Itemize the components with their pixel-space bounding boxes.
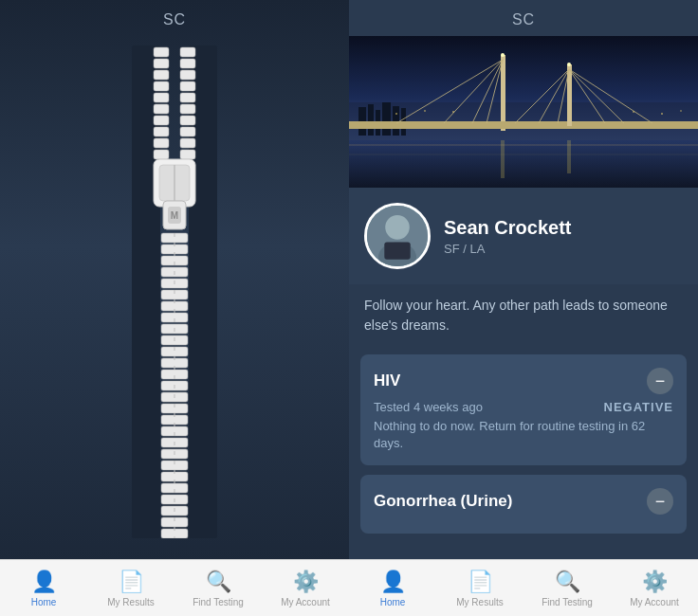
home-icon-left: 👤 — [31, 570, 57, 594]
svg-point-89 — [680, 110, 682, 112]
gonorrhea-title: Gonorrhea (Urine) — [374, 492, 512, 511]
hiv-meta: Tested 4 weeks ago NEGATIVE — [374, 400, 673, 414]
svg-rect-4 — [154, 70, 169, 80]
right-header-title: SC — [349, 0, 698, 36]
tab-results-left[interactable]: 📄 My Results — [87, 570, 174, 607]
tab-find-left[interactable]: 🔍 Find Testing — [174, 570, 262, 607]
svg-rect-83 — [567, 140, 571, 173]
results-section: HIV − Tested 4 weeks ago NEGATIVE Nothin… — [349, 347, 698, 559]
hiv-title: HIV — [374, 371, 400, 390]
tab-home-right[interactable]: 👤 Home — [349, 570, 436, 607]
svg-text:M: M — [171, 210, 178, 221]
svg-rect-15 — [180, 82, 195, 91]
svg-point-79 — [567, 63, 571, 66]
svg-point-85 — [424, 110, 426, 112]
zipper-svg: M — [127, 45, 222, 538]
right-panel: SC — [349, 0, 698, 616]
tab-results-right[interactable]: 📄 My Results — [436, 570, 524, 607]
gear-icon-right: ⚙️ — [642, 570, 668, 594]
right-tab-bar: 👤 Home 📄 My Results 🔍 Find Testing ⚙️ My… — [349, 559, 698, 616]
gonorrhea-collapse-button[interactable]: − — [647, 488, 673, 515]
avatar-image — [367, 206, 428, 266]
svg-rect-19 — [180, 127, 195, 136]
avatar — [364, 203, 431, 269]
svg-rect-17 — [180, 104, 195, 114]
hiv-tested-date: Tested 4 weeks ago — [374, 400, 483, 414]
profile-name: Sean Crockett — [444, 217, 572, 239]
svg-rect-3 — [154, 59, 169, 68]
search-icon-left: 🔍 — [206, 570, 231, 594]
bridge-photo — [349, 36, 698, 188]
left-header-title: SC — [0, 0, 349, 36]
home-icon-right: 👤 — [380, 570, 406, 594]
tab-find-right[interactable]: 🔍 Find Testing — [524, 570, 611, 607]
svg-rect-11 — [154, 150, 169, 159]
gear-icon-left: ⚙️ — [293, 570, 319, 594]
svg-rect-18 — [180, 116, 195, 125]
svg-rect-63 — [393, 106, 399, 136]
svg-rect-16 — [180, 93, 195, 102]
svg-rect-14 — [180, 70, 195, 80]
hiv-status: NEGATIVE — [604, 400, 674, 414]
svg-rect-57 — [349, 140, 698, 188]
svg-rect-60 — [368, 104, 374, 136]
svg-rect-5 — [154, 82, 169, 91]
svg-point-78 — [501, 53, 505, 57]
hiv-card-header: HIV − — [374, 368, 673, 394]
profile-section: Sean Crockett SF / LA — [349, 188, 698, 284]
bio-section: Follow your heart. Any other path leads … — [349, 284, 698, 347]
svg-point-87 — [633, 111, 634, 113]
gonorrhea-result-card: Gonorrhea (Urine) − — [360, 475, 687, 534]
tab-home-left[interactable]: 👤 Home — [0, 570, 87, 607]
bio-text: Follow your heart. Any other path leads … — [364, 298, 668, 333]
svg-point-86 — [452, 111, 454, 113]
svg-point-84 — [395, 113, 397, 115]
svg-rect-8 — [154, 116, 169, 125]
gonorrhea-card-header: Gonorrhea (Urine) − — [374, 488, 673, 515]
profile-info: Sean Crockett SF / LA — [444, 217, 572, 256]
svg-rect-13 — [180, 59, 195, 68]
tab-account-left[interactable]: ⚙️ My Account — [262, 570, 349, 607]
svg-rect-66 — [349, 121, 698, 129]
svg-rect-65 — [501, 55, 505, 131]
hiv-result-card: HIV − Tested 4 weeks ago NEGATIVE Nothin… — [360, 354, 687, 465]
profile-location: SF / LA — [444, 242, 572, 256]
svg-rect-82 — [501, 140, 505, 178]
svg-rect-9 — [154, 127, 169, 136]
zipper-container: M — [0, 36, 349, 559]
svg-rect-12 — [180, 47, 195, 57]
tab-account-right[interactable]: ⚙️ My Account — [611, 570, 698, 607]
svg-point-91 — [385, 215, 410, 240]
results-icon-right: 📄 — [468, 570, 493, 594]
search-icon-right: 🔍 — [555, 570, 580, 594]
zipper-graphic: M — [118, 45, 231, 559]
svg-point-88 — [661, 113, 663, 115]
svg-rect-6 — [154, 93, 169, 102]
left-panel: SC — [0, 0, 349, 616]
left-tab-bar: 👤 Home 📄 My Results 🔍 Find Testing ⚙️ My… — [0, 559, 349, 616]
svg-rect-10 — [154, 138, 169, 148]
svg-rect-93 — [384, 242, 410, 259]
svg-rect-7 — [154, 104, 169, 114]
svg-rect-2 — [154, 47, 169, 57]
svg-rect-20 — [180, 138, 195, 148]
svg-rect-21 — [180, 150, 195, 159]
bridge-svg — [349, 36, 698, 188]
hiv-note: Nothing to do now. Return for routine te… — [374, 418, 673, 452]
results-icon-left: 📄 — [119, 570, 144, 594]
hiv-collapse-button[interactable]: − — [647, 368, 673, 394]
svg-rect-62 — [382, 102, 391, 136]
